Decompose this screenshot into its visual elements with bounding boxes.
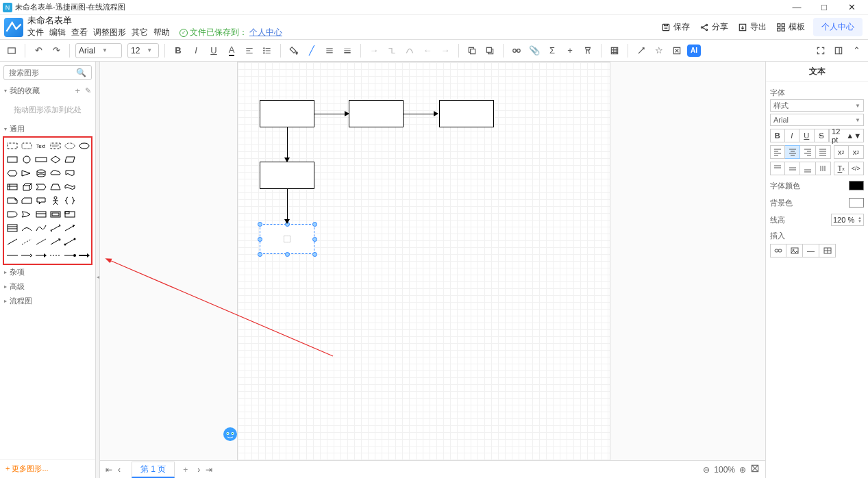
shape-text[interactable]: Text: [34, 140, 47, 151]
star-button[interactable]: ☆: [652, 43, 667, 58]
format-tab-text[interactable]: 文本: [766, 62, 868, 82]
valign-top-button[interactable]: [770, 162, 785, 175]
bg-color-picker[interactable]: [849, 198, 864, 207]
zoom-in-button[interactable]: ⊕: [739, 465, 746, 475]
magic-button[interactable]: [634, 43, 649, 58]
menu-arrange[interactable]: 调整图形: [93, 27, 126, 38]
shape-list[interactable]: [5, 223, 18, 234]
search-input[interactable]: [8, 68, 76, 77]
font-color-picker[interactable]: [849, 181, 864, 190]
redo-button[interactable]: ↷: [49, 43, 64, 58]
insert-table-button[interactable]: [819, 244, 836, 257]
list-button[interactable]: [260, 43, 275, 58]
section-advanced[interactable]: ▸高级: [0, 279, 95, 294]
shape-s-curve[interactable]: [34, 223, 47, 234]
text-style-select[interactable]: 样式▼: [770, 99, 864, 112]
underline-button[interactable]: U: [206, 43, 221, 58]
shape-blank6[interactable]: [77, 223, 90, 234]
save-button[interactable]: 保存: [660, 18, 691, 36]
panel-italic-button[interactable]: I: [785, 129, 799, 142]
fullscreen-button[interactable]: [813, 43, 828, 58]
menu-view[interactable]: 查看: [71, 27, 88, 38]
zoom-value[interactable]: 100%: [714, 465, 735, 475]
view-mode-button[interactable]: [4, 43, 19, 58]
bold-button[interactable]: B: [171, 43, 186, 58]
font-size-input[interactable]: 12 pt▲▼: [829, 129, 864, 142]
shape-parallelogram[interactable]: [63, 154, 76, 165]
font-family-select[interactable]: Arial▼: [75, 43, 122, 58]
shape-hexagon[interactable]: [5, 168, 18, 179]
shape-and[interactable]: [5, 209, 18, 220]
shape-step[interactable]: [34, 181, 47, 192]
connector-curve-button[interactable]: [402, 43, 417, 58]
menu-edit[interactable]: 编辑: [49, 27, 66, 38]
shape-connector5[interactable]: [63, 250, 76, 261]
window-minimize-button[interactable]: —: [783, 2, 810, 12]
collapse-button[interactable]: ⌃: [849, 43, 864, 58]
page-last-button[interactable]: ⇥: [206, 465, 212, 475]
canvas[interactable]: [100, 62, 765, 460]
insert-hr-button[interactable]: —: [803, 244, 819, 257]
ai-button[interactable]: AI: [687, 45, 701, 57]
shape-ellipse[interactable]: [77, 140, 90, 151]
flowchart-node-2[interactable]: [349, 100, 404, 127]
shape-brace[interactable]: [63, 195, 76, 206]
drawing-page[interactable]: [237, 62, 610, 460]
shape-internal-storage[interactable]: [5, 181, 18, 192]
superscript-button[interactable]: x2: [834, 145, 849, 159]
formula-button[interactable]: Σ: [545, 43, 560, 58]
shape-circle[interactable]: [20, 154, 33, 165]
table-button[interactable]: [607, 43, 622, 58]
shape-blank3[interactable]: [77, 181, 90, 192]
line-width-button[interactable]: [340, 43, 355, 58]
attach-button[interactable]: 📎: [527, 43, 542, 58]
add-favorite-icon[interactable]: +: [75, 86, 80, 96]
align-button[interactable]: [242, 43, 257, 58]
font-family-select-panel[interactable]: Arial▼: [770, 114, 864, 126]
to-front-button[interactable]: [464, 43, 480, 58]
panel-underline-button[interactable]: U: [799, 129, 814, 142]
share-button[interactable]: 分享: [698, 18, 730, 36]
shape-arrow-bi[interactable]: [49, 223, 62, 234]
clear-format-button[interactable]: [580, 43, 595, 58]
template-button[interactable]: 模板: [775, 18, 806, 36]
selection-handle[interactable]: [285, 252, 290, 257]
shape-cloud[interactable]: [49, 168, 62, 179]
align-left-button[interactable]: [770, 145, 785, 159]
page-prev-button[interactable]: ‹: [118, 465, 121, 475]
connector-1[interactable]: [314, 114, 346, 114]
font-size-select[interactable]: 12▼: [127, 43, 159, 58]
shape-blank[interactable]: [77, 154, 90, 165]
panel-toggle-button[interactable]: [831, 43, 846, 58]
shape-diamond[interactable]: [49, 154, 62, 165]
section-general[interactable]: ▾ 通用: [0, 122, 95, 136]
undo-button[interactable]: ↶: [31, 43, 46, 58]
shape-line[interactable]: [5, 236, 18, 247]
shape-arrow-open[interactable]: [49, 236, 62, 247]
flowchart-node-3[interactable]: [439, 100, 494, 127]
export-button[interactable]: 导出: [736, 18, 768, 36]
shape-ellipse-dashed[interactable]: [63, 140, 76, 151]
shape-connector6[interactable]: [77, 250, 90, 261]
help-button[interactable]: [669, 43, 684, 58]
panel-bold-button[interactable]: B: [770, 129, 785, 142]
connector-4[interactable]: [287, 189, 288, 221]
shape-note[interactable]: [5, 195, 18, 206]
zoom-out-button[interactable]: ⊖: [703, 465, 710, 475]
flowchart-node-1[interactable]: [260, 100, 314, 127]
valign-mid-button[interactable]: [785, 162, 800, 175]
align-justify-button[interactable]: [816, 145, 831, 159]
shape-cylinder[interactable]: [34, 168, 47, 179]
selection-handle[interactable]: [258, 222, 262, 227]
line-color-button[interactable]: ╱: [304, 43, 319, 58]
menu-file[interactable]: 文件: [27, 27, 44, 38]
shape-connector2[interactable]: [20, 250, 33, 261]
menu-help[interactable]: 帮助: [153, 27, 170, 38]
search-shapes-input[interactable]: 🔍: [3, 65, 92, 80]
subscript-button[interactable]: x2: [849, 145, 864, 159]
section-flowchart[interactable]: ▸流程图: [0, 294, 95, 308]
shape-rect-long[interactable]: [34, 154, 47, 165]
doc-title[interactable]: 未命名表单: [27, 16, 282, 25]
window-maximize-button[interactable]: □: [810, 2, 838, 12]
connector-3[interactable]: [287, 127, 288, 159]
